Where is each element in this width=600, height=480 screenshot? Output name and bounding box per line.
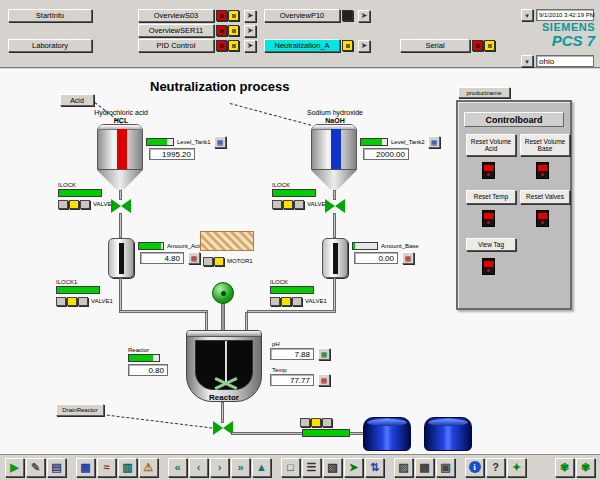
loop-button-pid[interactable]: ➤ xyxy=(244,40,256,52)
base-pump-valve-label: VALVE1 xyxy=(305,298,327,304)
faceplate-button[interactable] xyxy=(292,297,302,306)
station-field[interactable]: ohio xyxy=(536,55,594,67)
sort-button[interactable]: ⇅ xyxy=(365,458,384,477)
curve-button[interactable]: ≈ xyxy=(97,458,116,477)
serial-button[interactable]: Serial xyxy=(400,39,470,52)
overview-p10-button[interactable]: OverviewP10 xyxy=(264,9,340,22)
base-pump[interactable] xyxy=(322,238,348,278)
loop-button-p10[interactable]: ➤ xyxy=(358,10,370,22)
faceplate-button[interactable] xyxy=(270,297,280,306)
startinfo-button[interactable]: StartInfo xyxy=(8,9,92,22)
station-options-button[interactable]: ▾ xyxy=(521,55,533,67)
loop-button-neutralization[interactable]: ➤ xyxy=(358,40,370,52)
temp-faceplate-button[interactable]: ▦ xyxy=(318,374,330,386)
faceplate-button[interactable] xyxy=(300,418,310,427)
faceplate-button[interactable] xyxy=(311,418,321,427)
bar-chart-button[interactable]: ▥ xyxy=(118,458,137,477)
faceplate-button[interactable] xyxy=(283,200,293,209)
process-picture-button[interactable]: ▧ xyxy=(323,458,342,477)
stored-picture-button[interactable]: □ xyxy=(281,458,300,477)
next-picture-button[interactable]: › xyxy=(210,458,229,477)
warning-indicator-button[interactable] xyxy=(228,25,239,36)
base-pump-ilock-bar xyxy=(270,286,314,294)
group-display-placeholder[interactable] xyxy=(200,231,254,251)
reset-temp-button[interactable]: Reset Temp xyxy=(466,190,516,204)
help-button[interactable]: ? xyxy=(486,458,505,477)
loop-button-s03[interactable]: ➤ xyxy=(244,10,256,22)
archive-button[interactable]: ▤ xyxy=(47,458,66,477)
ph-value[interactable]: 7.88 xyxy=(270,348,314,360)
status-indicator-button[interactable] xyxy=(342,10,353,21)
plant-icon-2[interactable]: ✾ xyxy=(576,458,595,477)
reset-valves-button[interactable]: Reset Valves xyxy=(520,190,570,204)
faceplate-button[interactable] xyxy=(281,297,291,306)
reactor-level-value[interactable]: 0.80 xyxy=(128,364,168,376)
faceplate-button[interactable] xyxy=(80,200,90,209)
stirrer-motor[interactable] xyxy=(212,282,234,304)
base-level-faceplate-button[interactable]: ▦ xyxy=(428,136,440,148)
loop-button-ser11[interactable]: ➤ xyxy=(244,25,256,37)
acid-source-button[interactable]: Acid xyxy=(60,94,94,106)
base-amount-value[interactable]: 0.00 xyxy=(354,252,398,264)
faceplate-button[interactable] xyxy=(322,418,332,427)
base-amount-faceplate-button[interactable]: ▦ xyxy=(402,252,414,264)
last-picture-button[interactable]: » xyxy=(231,458,250,477)
alarm-indicator-button[interactable] xyxy=(216,10,227,21)
faceplate-button[interactable] xyxy=(58,200,68,209)
faceplate-button[interactable] xyxy=(272,200,282,209)
log-button[interactable]: ▣ xyxy=(436,458,455,477)
overview-ser11-button[interactable]: OverviewSER11 xyxy=(138,24,214,37)
warning-indicator-button[interactable] xyxy=(484,40,495,51)
first-picture-button[interactable]: « xyxy=(168,458,187,477)
plant-icon-1[interactable]: ✾ xyxy=(555,458,574,477)
view-tag-button[interactable]: View Tag xyxy=(466,238,516,251)
laboratory-button[interactable]: Laboratory xyxy=(8,39,92,52)
faceplate-button[interactable] xyxy=(69,200,79,209)
faceplate-button[interactable] xyxy=(203,257,213,266)
base-tank-valve[interactable] xyxy=(325,199,345,213)
lifebeat-button[interactable]: ✦ xyxy=(507,458,526,477)
warning-indicator-button[interactable] xyxy=(228,10,239,21)
picture-up-button[interactable]: ▲ xyxy=(252,458,271,477)
drain-reactor-button[interactable]: DrainReactor xyxy=(56,404,104,416)
neutralization-a-button[interactable]: Neutralization_A xyxy=(264,39,340,52)
start-runtime-button[interactable]: ▶ xyxy=(5,458,24,477)
trend-chart-button[interactable]: ▦ xyxy=(76,458,95,477)
alarm-window-button[interactable]: ⚠ xyxy=(139,458,158,477)
pid-control-button[interactable]: PID Control xyxy=(138,39,214,52)
acid-pump[interactable] xyxy=(108,238,134,278)
acid-tank-valve[interactable] xyxy=(111,199,131,213)
picture-tree-button[interactable]: ☰ xyxy=(302,458,321,477)
loop-in-alarm-button[interactable]: ➤ xyxy=(344,458,363,477)
acid-level-value[interactable]: 1995.20 xyxy=(149,148,195,160)
alarm-indicator-button[interactable] xyxy=(216,25,227,36)
acid-amount-faceplate-button[interactable]: ▦ xyxy=(188,252,200,264)
base-level-value[interactable]: 2000.00 xyxy=(363,148,409,160)
faceplate-button[interactable] xyxy=(56,297,66,306)
report-print-button[interactable]: ▩ xyxy=(415,458,434,477)
overview-s03-button[interactable]: OverviewS03 xyxy=(138,9,214,22)
faceplate-button[interactable] xyxy=(294,200,304,209)
report-sequence-button[interactable]: ▨ xyxy=(394,458,413,477)
warning-indicator-button[interactable] xyxy=(228,40,239,51)
previous-picture-button[interactable]: ‹ xyxy=(189,458,208,477)
acid-pump-ilock-bar xyxy=(56,286,100,294)
acid-level-faceplate-button[interactable]: ▦ xyxy=(214,136,226,148)
reset-volume-base-button[interactable]: Reset Volume Base xyxy=(520,134,570,156)
productname-button[interactable]: productname xyxy=(458,87,510,98)
faceplate-button[interactable] xyxy=(78,297,88,306)
alarm-indicator-button[interactable] xyxy=(216,40,227,51)
acid-amount-value[interactable]: 4.80 xyxy=(140,252,184,264)
faceplate-button[interactable] xyxy=(67,297,77,306)
reset-volume-acid-button[interactable]: Reset Volume Acid xyxy=(466,134,516,156)
datetime-options-button[interactable]: ▾ xyxy=(521,9,533,21)
hardcopy-button[interactable]: ✎ xyxy=(26,458,45,477)
alarm-indicator-button[interactable] xyxy=(472,40,483,51)
warning-indicator-button[interactable] xyxy=(342,40,353,51)
ph-faceplate-button[interactable]: ▦ xyxy=(318,348,330,360)
temp-value[interactable]: 77.77 xyxy=(270,374,314,386)
drain-valve[interactable] xyxy=(213,421,233,435)
faceplate-button[interactable] xyxy=(214,257,224,266)
reset-acid-indicator xyxy=(482,162,495,179)
info-button[interactable]: i xyxy=(465,458,484,477)
